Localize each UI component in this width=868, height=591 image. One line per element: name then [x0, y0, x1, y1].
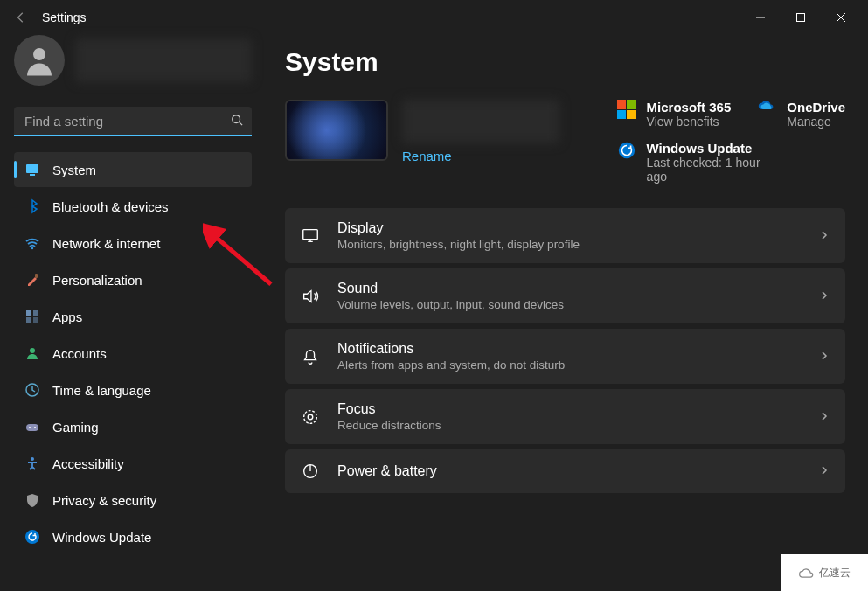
ms365-icon	[617, 100, 636, 119]
svg-point-1	[33, 48, 45, 60]
nav-item-network-internet[interactable]: Network & internet	[14, 226, 252, 261]
nav-item-time-language[interactable]: Time & language	[14, 372, 252, 407]
bell-icon	[301, 347, 320, 366]
setting-row-power-battery[interactable]: Power & battery	[285, 449, 845, 493]
nav-item-apps[interactable]: Apps	[14, 299, 252, 334]
nav-label: Network & internet	[52, 236, 160, 251]
chevron-right-icon	[819, 228, 830, 244]
setting-title: Display	[337, 220, 802, 236]
tile-title: OneDrive	[787, 100, 845, 115]
nav-label: Personalization	[52, 273, 142, 288]
page-title: System	[285, 47, 845, 77]
avatar	[14, 35, 65, 86]
profile-section[interactable]	[14, 35, 252, 91]
setting-title: Focus	[337, 401, 802, 417]
minimize-button[interactable]	[740, 3, 781, 31]
tile-sub: View benefits	[647, 115, 732, 129]
clock-globe-icon	[24, 382, 40, 398]
device-card: Rename	[285, 100, 559, 184]
svg-point-15	[34, 427, 36, 428]
brush-icon	[24, 272, 40, 288]
nav-item-bluetooth-devices[interactable]: Bluetooth & devices	[14, 189, 252, 224]
svg-point-5	[31, 247, 33, 249]
svg-rect-6	[35, 274, 38, 278]
tile-title: Microsoft 365	[647, 100, 732, 115]
settings-list: DisplayMonitors, brightness, night light…	[285, 208, 845, 493]
focus-icon	[301, 407, 320, 427]
setting-sub: Reduce distractions	[337, 419, 802, 432]
nav-label: Windows Update	[52, 530, 151, 545]
nav-item-accessibility[interactable]: Accessibility	[14, 446, 252, 481]
svg-point-18	[618, 143, 634, 158]
main-content: System Rename Microsoft 365 View benefit…	[262, 35, 868, 591]
display-icon	[301, 226, 320, 246]
device-thumbnail	[285, 100, 388, 161]
accessibility-icon	[24, 455, 40, 471]
setting-row-display[interactable]: DisplayMonitors, brightness, night light…	[285, 208, 845, 263]
maximize-button[interactable]	[781, 3, 821, 31]
tile-sub: Manage	[787, 115, 845, 129]
svg-point-17	[25, 530, 39, 544]
tile-onedrive[interactable]: OneDrive Manage	[757, 100, 845, 129]
nav-item-windows-update[interactable]: Windows Update	[14, 519, 252, 554]
setting-title: Power & battery	[337, 463, 802, 479]
nav-item-privacy-security[interactable]: Privacy & security	[14, 483, 252, 518]
svg-rect-3	[26, 164, 38, 173]
svg-rect-7	[26, 310, 31, 316]
svg-point-11	[30, 348, 35, 353]
sync-icon	[617, 141, 636, 160]
setting-title: Sound	[337, 281, 802, 296]
svg-rect-9	[26, 317, 31, 323]
svg-rect-8	[33, 310, 38, 316]
svg-rect-13	[26, 424, 38, 431]
tile-sub: Last checked: 1 hour ago	[647, 156, 778, 184]
svg-point-2	[233, 115, 240, 123]
nav-label: Apps	[52, 309, 82, 324]
back-button[interactable]	[7, 3, 35, 31]
setting-sub: Alerts from apps and system, do not dist…	[337, 358, 802, 372]
close-icon	[837, 13, 845, 22]
cloud-icon	[798, 564, 816, 581]
shield-icon	[24, 492, 40, 508]
nav-item-personalization[interactable]: Personalization	[14, 262, 252, 297]
rename-link[interactable]: Rename	[402, 149, 559, 163]
setting-row-focus[interactable]: FocusReduce distractions	[285, 389, 845, 444]
search-input[interactable]	[14, 107, 252, 136]
chevron-right-icon	[819, 409, 830, 425]
nav-item-gaming[interactable]: Gaming	[14, 409, 252, 444]
person-icon	[24, 345, 40, 361]
arrow-left-icon	[15, 11, 27, 24]
nav-label: Privacy & security	[52, 493, 156, 508]
power-icon	[301, 462, 320, 481]
setting-sub: Volume levels, output, input, sound devi…	[337, 298, 802, 311]
maximize-icon	[796, 13, 805, 22]
watermark-text: 亿速云	[819, 566, 851, 581]
svg-rect-0	[797, 14, 805, 22]
svg-point-20	[304, 410, 317, 423]
chevron-right-icon	[819, 349, 830, 365]
onedrive-icon	[757, 100, 776, 119]
svg-rect-10	[33, 317, 38, 323]
svg-rect-4	[30, 174, 35, 176]
nav-label: Accounts	[52, 346, 107, 361]
nav-item-accounts[interactable]: Accounts	[14, 336, 252, 371]
setting-row-notifications[interactable]: NotificationsAlerts from apps and system…	[285, 329, 845, 384]
setting-row-sound[interactable]: SoundVolume levels, output, input, sound…	[285, 268, 845, 323]
search-box[interactable]	[14, 107, 252, 136]
nav-label: Time & language	[52, 383, 151, 398]
svg-point-14	[29, 427, 31, 428]
sync-icon	[24, 529, 40, 545]
tile-ms365[interactable]: Microsoft 365 View benefits	[617, 100, 732, 129]
bluetooth-icon	[24, 198, 40, 214]
chevron-right-icon	[819, 463, 830, 479]
minimize-icon	[756, 13, 765, 22]
svg-rect-19	[303, 229, 318, 239]
nav-label: System	[52, 163, 96, 177]
tile-windows-update[interactable]: Windows Update Last checked: 1 hour ago	[617, 141, 845, 184]
close-button[interactable]	[821, 3, 861, 31]
tile-title: Windows Update	[647, 141, 778, 156]
nav-item-system[interactable]: System	[14, 152, 252, 187]
svg-point-21	[308, 414, 313, 420]
watermark: 亿速云	[781, 554, 868, 591]
nav-label: Bluetooth & devices	[52, 199, 169, 214]
